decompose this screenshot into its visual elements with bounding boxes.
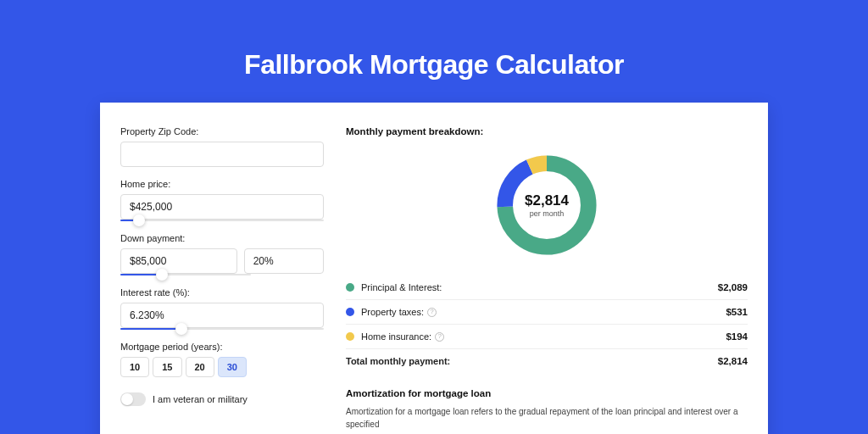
help-icon[interactable]: ? — [435, 332, 444, 342]
period-pill-15[interactable]: 15 — [153, 357, 181, 377]
legend: Principal & Interest:$2,089Property taxe… — [346, 275, 748, 373]
rate-input[interactable] — [120, 303, 324, 328]
legend-row: Property taxes: ?$531 — [346, 300, 748, 325]
legend-dot — [346, 332, 354, 341]
legend-label: Home insurance: ? — [361, 331, 726, 342]
legend-value: $531 — [726, 307, 748, 317]
veteran-label: I am veteran or military — [153, 394, 248, 404]
zip-label: Property Zip Code: — [120, 126, 324, 136]
page-title: Fallbrook Mortgage Calculator — [0, 0, 868, 103]
period-pills: 10152030 — [120, 357, 324, 377]
toggle-knob — [121, 393, 133, 405]
zip-input[interactable] — [120, 142, 324, 167]
down-field: Down payment: — [120, 233, 324, 275]
down-slider-thumb[interactable] — [156, 269, 168, 281]
legend-dot — [346, 308, 354, 316]
down-slider[interactable] — [120, 274, 251, 275]
legend-total-label: Total monthly payment: — [346, 356, 718, 366]
period-label: Mortgage period (years): — [120, 342, 324, 352]
price-slider[interactable] — [120, 220, 324, 221]
rate-label: Interest rate (%): — [120, 287, 324, 298]
legend-total-value: $2,814 — [718, 356, 748, 366]
input-panel: Property Zip Code: Home price: Down paym… — [120, 126, 324, 434]
breakdown-title: Monthly payment breakdown: — [346, 126, 748, 136]
down-label: Down payment: — [120, 233, 324, 243]
donut-wrap: $2,814 per month — [346, 145, 748, 275]
donut-sub: per month — [530, 209, 565, 218]
price-slider-thumb[interactable] — [133, 214, 145, 226]
help-icon[interactable]: ? — [427, 308, 437, 317]
legend-dot — [346, 283, 354, 292]
price-field: Home price: — [120, 179, 324, 221]
donut-chart: $2,814 per month — [492, 150, 602, 260]
legend-value: $194 — [726, 331, 748, 342]
amort-text: Amortization for a mortgage loan refers … — [346, 405, 748, 431]
period-pill-30[interactable]: 30 — [218, 357, 247, 377]
veteran-toggle[interactable] — [120, 392, 146, 406]
legend-value: $2,089 — [718, 282, 748, 292]
price-label: Home price: — [120, 179, 324, 189]
period-pill-10[interactable]: 10 — [120, 357, 149, 377]
period-pill-20[interactable]: 20 — [186, 357, 214, 377]
zip-field: Property Zip Code: — [120, 126, 324, 167]
down-amount-input[interactable] — [120, 248, 237, 274]
calculator-card: Property Zip Code: Home price: Down paym… — [100, 103, 768, 434]
veteran-row: I am veteran or military — [120, 392, 324, 406]
amort-title: Amortization for mortgage loan — [346, 388, 748, 398]
rate-slider[interactable] — [120, 328, 324, 330]
rate-field: Interest rate (%): — [120, 287, 324, 330]
legend-label: Property taxes: ? — [361, 307, 726, 317]
breakdown-panel: Monthly payment breakdown: $2,814 per mo… — [346, 126, 748, 434]
rate-slider-thumb[interactable] — [175, 323, 187, 335]
legend-row: Principal & Interest:$2,089 — [346, 275, 748, 300]
legend-label: Principal & Interest: — [361, 282, 718, 292]
period-field: Mortgage period (years): 10152030 — [120, 342, 324, 377]
donut-center: $2,814 per month — [492, 150, 602, 260]
price-input[interactable] — [120, 194, 324, 220]
legend-total-row: Total monthly payment:$2,814 — [346, 349, 748, 373]
down-pct-input[interactable] — [244, 248, 324, 274]
legend-row: Home insurance: ?$194 — [346, 325, 748, 349]
donut-amount: $2,814 — [525, 192, 569, 209]
